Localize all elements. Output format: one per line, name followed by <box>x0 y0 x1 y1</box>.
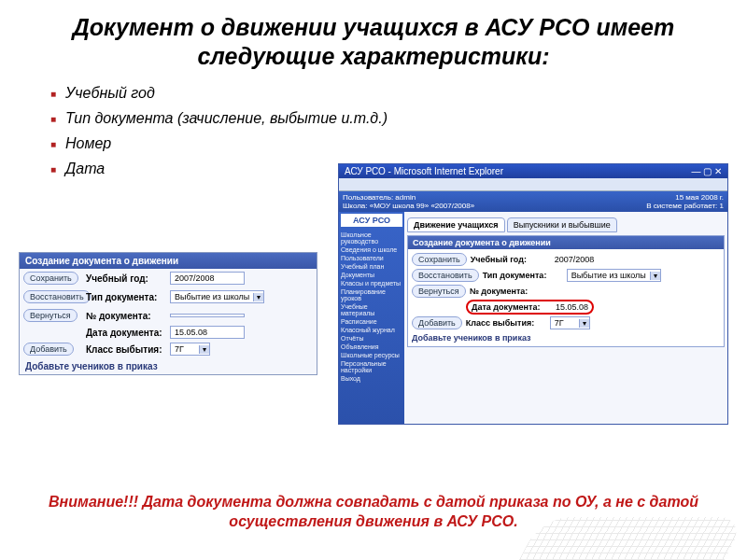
slide-title: Документ о движении учащихся в АСУ РСО и… <box>0 0 747 76</box>
chevron-down-icon: ▾ <box>253 293 263 301</box>
year-label: Учебный год: <box>86 273 170 284</box>
sidebar-item[interactable]: Школьное руководство <box>341 231 402 245</box>
date-label: Дата документа: <box>86 328 170 338</box>
user-label: Пользователь: admin <box>343 193 416 202</box>
sidebar-item[interactable]: Пользователи <box>341 254 402 262</box>
chevron-down-icon: ▾ <box>199 345 209 354</box>
window-titlebar: АСУ РСО - Microsoft Internet Explorer — … <box>339 164 727 178</box>
bullet-item: Тип документа (зачисление, выбытие и.т.д… <box>50 110 747 127</box>
type-label: Тип документа: <box>86 292 170 302</box>
save-button[interactable]: Сохранить <box>23 272 78 285</box>
date-label: Дата документа: <box>472 302 556 312</box>
back-button[interactable]: Вернуться <box>23 309 78 322</box>
app-logo: АСУ РСО <box>341 214 402 227</box>
sidebar-item[interactable]: Школьные ресурсы <box>341 351 402 359</box>
tab-movement[interactable]: Движение учащихся <box>407 217 505 232</box>
sidebar-item[interactable]: Документы <box>341 271 402 279</box>
num-input[interactable] <box>170 314 245 317</box>
sidebar-item[interactable]: Расписание <box>341 317 402 326</box>
form-panel: Создание документа о движении Сохранить … <box>407 235 725 347</box>
year-value: 2007/2008 <box>170 272 245 285</box>
school-label: Школа: «МОУ школа 99» «2007/2008» <box>343 202 474 210</box>
add-button[interactable]: Добавить <box>412 316 462 329</box>
sidebar-item[interactable]: Классный журнал <box>341 326 402 334</box>
bullet-item: Номер <box>50 135 747 152</box>
add-button[interactable]: Добавить <box>23 343 74 356</box>
chevron-down-icon: ▾ <box>650 272 660 280</box>
num-label: № документа: <box>86 311 170 321</box>
date-input[interactable]: 15.05.08 <box>556 302 588 312</box>
form-header: Создание документа о движении <box>408 236 724 249</box>
browser-toolbar[interactable] <box>339 178 727 191</box>
app-sidebar: АСУ РСО Школьное руководство Сведения о … <box>339 212 404 425</box>
sidebar-item[interactable]: Планирование уроков <box>341 287 402 302</box>
form-panel-cropped: Создание документа о движении Сохранить … <box>19 252 317 375</box>
sidebar-item[interactable]: Сведения о школе <box>341 245 402 254</box>
num-label: № документа: <box>470 287 554 296</box>
sidebar-item[interactable]: Отчёты <box>341 334 402 343</box>
header-date: 15 мая 2008 г. <box>675 193 724 202</box>
sidebar-item[interactable]: Учебный план <box>341 262 402 271</box>
users-online: В системе работает: 1 <box>646 202 724 210</box>
sidebar-item[interactable]: Персональные настройки <box>341 359 402 374</box>
sidebar-item[interactable]: Объявления <box>341 343 402 351</box>
sidebar-item[interactable]: Выход <box>341 374 402 383</box>
panel-footer: Добавьте учеников в приказ <box>20 358 317 374</box>
sidebar-item[interactable]: Учебные материалы <box>341 302 402 317</box>
restore-button[interactable]: Восстановить <box>412 269 479 282</box>
save-button[interactable]: Сохранить <box>412 253 467 266</box>
chevron-down-icon: ▾ <box>579 319 589 328</box>
tab-graduates[interactable]: Выпускники и выбывшие <box>507 217 617 232</box>
browser-window: АСУ РСО - Microsoft Internet Explorer — … <box>338 163 728 425</box>
year-value: 2007/2008 <box>555 255 595 264</box>
class-label: Класс выбытия: <box>466 318 550 328</box>
type-label: Тип документа: <box>483 271 567 280</box>
window-controls[interactable]: — ▢ ✕ <box>691 166 722 176</box>
sidebar-item[interactable]: Классы и предметы <box>341 279 402 287</box>
decorative-keyboard <box>519 517 747 560</box>
restore-button[interactable]: Восстановить <box>23 290 91 303</box>
window-title: АСУ РСО - Microsoft Internet Explorer <box>345 166 503 176</box>
class-select[interactable]: 7Г▾ <box>170 343 210 356</box>
type-select[interactable]: Выбытие из школы▾ <box>567 269 661 282</box>
type-select[interactable]: Выбытие из школы▾ <box>170 290 264 303</box>
class-select[interactable]: 7Г▾ <box>550 316 590 329</box>
date-input[interactable]: 15.05.08 <box>170 326 245 339</box>
year-label: Учебный год: <box>471 255 555 264</box>
class-label: Класс выбытия: <box>86 344 170 355</box>
form-footer: Добавьте учеников в приказ <box>412 333 720 343</box>
panel-header: Создание документа о движении <box>20 253 317 269</box>
back-button[interactable]: Вернуться <box>412 285 466 298</box>
date-highlight: Дата документа: 15.05.08 <box>466 300 594 315</box>
bullet-item: Учебный год <box>50 85 747 102</box>
